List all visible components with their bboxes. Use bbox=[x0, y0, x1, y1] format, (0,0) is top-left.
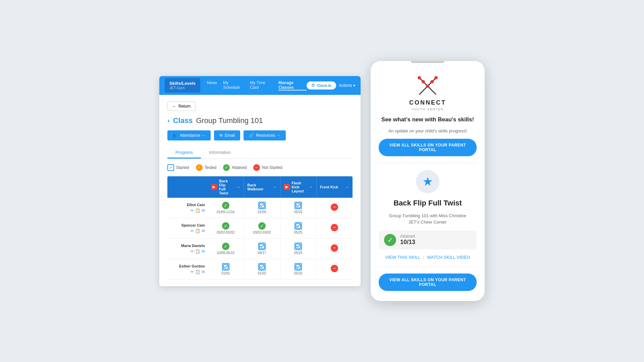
view-skills-bottom-button[interactable]: VIEW ALL SKILLS ON YOUR PARENT PORTAL bbox=[379, 274, 477, 291]
profile-icon-3[interactable]: 📋 bbox=[195, 269, 200, 274]
resources-icon: 🔗 bbox=[249, 133, 254, 138]
svg-point-14 bbox=[430, 80, 434, 83]
student-actions-3: ✏ 📋 ✉ bbox=[170, 269, 205, 274]
cell-status-1-1: ✓ bbox=[258, 222, 266, 230]
cell-date-0-0: 01/09-11/16 bbox=[217, 210, 234, 214]
skill-cell-0-2[interactable]: 05/25 bbox=[280, 198, 317, 218]
mobile-subtitle: An update on your child's skills progres… bbox=[388, 128, 467, 133]
skill-cell-1-1[interactable]: ✓ 03/02-03/02 bbox=[244, 218, 280, 238]
edit-icon-3[interactable]: ✏ bbox=[191, 269, 194, 274]
skill-cell-1-0[interactable]: ✓ 03/02-03/02 bbox=[208, 218, 244, 238]
desktop-app-panel: Skills/Levels JET-Gym News My Schedule M… bbox=[159, 76, 361, 286]
skill-cell-0-1[interactable]: 01/09 bbox=[244, 198, 280, 218]
email-button[interactable]: ✉ Email bbox=[214, 130, 240, 140]
skill-cell-0-3[interactable]: − bbox=[317, 198, 353, 218]
skill-cell-2-1[interactable]: 09/17 bbox=[244, 239, 280, 259]
attendance-icon: 👥 bbox=[173, 133, 178, 138]
skill-cell-2-2[interactable]: 05/25 bbox=[280, 239, 317, 259]
mobile-skill-class: Group Tumbling 101 with Miss Christine J… bbox=[389, 213, 466, 225]
skill-cell-1-3[interactable]: − bbox=[317, 218, 353, 238]
cell-date-0-1: 01/09 bbox=[258, 210, 266, 214]
nav-manage-classes[interactable]: Manage Classes bbox=[278, 80, 307, 90]
student-info-3: Esther Gordon ✏ 📋 ✉ bbox=[167, 261, 208, 278]
cell-status-2-2 bbox=[294, 243, 302, 250]
mobile-skill-name: Back Flip Full Twist bbox=[393, 199, 462, 207]
profile-icon-1[interactable]: 📋 bbox=[195, 229, 200, 233]
skill-cell-3-2[interactable]: 05/25 bbox=[280, 259, 317, 279]
legend: Started ✓ Tested ✓ Attained − Not Starte… bbox=[167, 164, 353, 171]
view-this-skill-link[interactable]: VIEW THIS SKILL bbox=[385, 255, 420, 260]
nav-brand: Skills/Levels JET-Gym bbox=[165, 78, 200, 93]
resources-button[interactable]: 🔗 Resources → bbox=[244, 130, 286, 140]
play-icon-2: ▶ bbox=[284, 184, 290, 190]
message-icon-1[interactable]: ✉ bbox=[202, 229, 205, 233]
status-attained-icon: ✓ bbox=[222, 222, 229, 230]
status-started-icon bbox=[258, 243, 266, 250]
student-name-2: Maria Daniels bbox=[170, 244, 205, 248]
edit-icon-1[interactable]: ✏ bbox=[191, 229, 194, 233]
table-row: Spencer Cain ✏ 📋 ✉ ✓ 03/02-03/02 ✓ 03/02… bbox=[167, 218, 353, 239]
status-not-started-icon: − bbox=[331, 244, 338, 252]
legend-not-started: − Not Started bbox=[253, 164, 282, 171]
star-icon-circle: ★ bbox=[416, 170, 439, 193]
skill-cell-3-0[interactable]: 01/02 bbox=[208, 259, 244, 279]
profile-icon-0[interactable]: 📋 bbox=[195, 208, 200, 213]
table-row: Maria Daniels ✏ 📋 ✉ ✓ 10/08-05/15 09/17 … bbox=[167, 239, 353, 259]
edit-icon-0[interactable]: ✏ bbox=[191, 208, 194, 213]
nav-timecard[interactable]: My Time Card bbox=[250, 80, 272, 90]
status-not-started-icon: − bbox=[331, 224, 338, 231]
student-info-0: Elliot Cain ✏ 📋 ✉ bbox=[167, 199, 208, 216]
skill-cell-2-3[interactable]: − bbox=[317, 239, 353, 259]
divider-1 bbox=[379, 163, 477, 163]
status-not-started-icon: − bbox=[331, 203, 338, 211]
attained-date: 10/13 bbox=[400, 239, 415, 246]
status-started-icon bbox=[294, 222, 302, 230]
skill-cell-0-0[interactable]: ✓ 01/09-11/16 bbox=[208, 198, 244, 218]
skill-cell-3-1[interactable]: 01/02 bbox=[244, 259, 280, 279]
edit-icon-2[interactable]: ✏ bbox=[191, 249, 194, 254]
attained-badge: ✓ Attained 10/13 bbox=[379, 231, 477, 249]
skill-header-1[interactable]: BackWalkover → bbox=[244, 176, 280, 198]
student-rows: Elliot Cain ✏ 📋 ✉ ✓ 01/09-11/16 01/09 05… bbox=[167, 198, 353, 280]
mobile-notch bbox=[411, 61, 444, 63]
cell-status-1-0: ✓ bbox=[222, 222, 229, 230]
watch-skill-video-link[interactable]: WATCH SKILL VIDEO bbox=[427, 255, 470, 260]
message-icon-3[interactable]: ✉ bbox=[202, 269, 205, 274]
chevron-down-icon: ▾ bbox=[353, 83, 355, 88]
cell-status-3-1 bbox=[258, 263, 266, 270]
clock-in-button[interactable]: ⏱ Clock-In bbox=[307, 81, 336, 89]
cell-date-1-0: 03/02-03/02 bbox=[217, 231, 234, 234]
message-icon-0[interactable]: ✉ bbox=[202, 208, 205, 213]
student-actions-2: ✏ 📋 ✉ bbox=[170, 249, 205, 254]
profile-icon-2[interactable]: 📋 bbox=[195, 249, 200, 254]
cell-status-3-2 bbox=[294, 263, 302, 270]
message-icon-2[interactable]: ✉ bbox=[202, 249, 205, 254]
skill-header-3[interactable]: Front Kick → bbox=[317, 176, 353, 198]
expand-icon[interactable]: › bbox=[167, 117, 170, 124]
divider-2 bbox=[379, 266, 477, 267]
status-not-started-icon: − bbox=[331, 265, 338, 272]
attendance-button[interactable]: 👥 Attendance → bbox=[167, 130, 211, 140]
table-row: Esther Gordon ✏ 📋 ✉ 01/02 01/02 05/25 − bbox=[167, 259, 353, 280]
skill-header-0[interactable]: ▶ Back FlipFull Twist → bbox=[208, 176, 244, 198]
svg-point-12 bbox=[434, 76, 438, 79]
cell-status-3-3: − bbox=[331, 265, 338, 272]
nav-schedule[interactable]: My Schedule bbox=[223, 80, 244, 90]
cell-status-0-1 bbox=[258, 202, 266, 209]
skill-header-2[interactable]: ▶ Flash KickLayout → bbox=[280, 176, 317, 198]
play-icon-0: ▶ bbox=[211, 184, 217, 190]
tested-icon: ✓ bbox=[196, 164, 203, 171]
tab-progress[interactable]: Progress bbox=[167, 147, 201, 159]
student-name-1: Spencer Cain bbox=[170, 223, 205, 227]
return-button[interactable]: ← Return bbox=[167, 102, 196, 111]
tab-information[interactable]: Information bbox=[201, 147, 239, 159]
cell-status-0-2 bbox=[294, 202, 302, 209]
skill-cell-3-3[interactable]: − bbox=[317, 259, 353, 279]
actions-dropdown[interactable]: Actions ▾ bbox=[339, 83, 355, 88]
svg-point-10 bbox=[426, 84, 429, 88]
nav-news[interactable]: News bbox=[207, 80, 217, 90]
skill-cell-1-2[interactable]: 05/25 bbox=[280, 218, 317, 238]
view-skills-top-button[interactable]: VIEW ALL SKILLS ON YOUR PARENT PORTAL bbox=[379, 139, 477, 156]
class-label: Class bbox=[173, 116, 193, 125]
skill-cell-2-0[interactable]: ✓ 10/08-05/15 bbox=[208, 239, 244, 259]
